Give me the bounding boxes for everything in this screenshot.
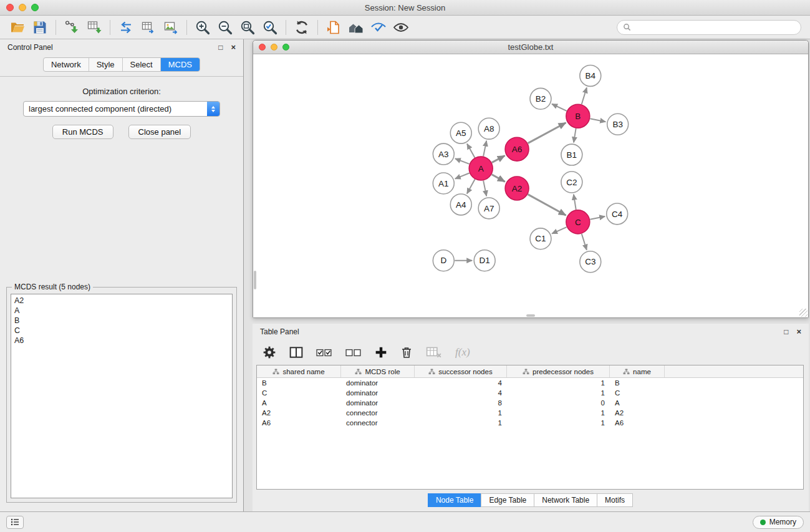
graph-edge-C-C4[interactable] [590,216,605,220]
graph-node-A7[interactable]: A7 [478,198,499,219]
refresh-icon[interactable] [291,18,313,37]
graph-edge-B-B4[interactable] [582,87,587,104]
mcds-result-list[interactable]: A2ABCA6 [11,294,233,498]
graph-edge-A-A1[interactable] [455,173,470,178]
graph-node-A1[interactable]: A1 [433,173,454,194]
function-builder-button[interactable]: f(x) [455,343,470,362]
network-canvas[interactable]: B4B2BB3A8A5A6A3B1AC2A1A2A4A7C4CC1C3DD1 [253,54,808,317]
search-input[interactable] [634,23,795,32]
export-network-icon[interactable] [115,18,137,37]
deselect-all-icon[interactable] [345,343,362,362]
graph-node-A3[interactable]: A3 [433,143,454,165]
graph-node-A5[interactable]: A5 [450,122,471,143]
column-header[interactable]: predecessor nodes [507,365,610,377]
network-minimize-button[interactable] [271,44,277,51]
export-image-icon[interactable] [160,18,182,37]
import-table-icon[interactable] [83,18,105,37]
graph-edge-A6-B[interactable] [528,123,566,143]
column-header[interactable]: shared name [257,365,341,377]
graph-edge-A-A3[interactable] [455,158,470,164]
apply-style-icon[interactable] [367,18,390,37]
table-row[interactable]: Adominator80A [257,398,803,408]
graph-node-C1[interactable]: C1 [530,228,551,249]
graph-edge-A-A5[interactable] [467,144,475,158]
maximize-window-button[interactable] [31,4,39,11]
search-box[interactable] [617,20,801,35]
close-panel-button[interactable]: Close panel [128,125,191,139]
graph-node-C2[interactable]: C2 [561,172,582,193]
optimization-dropdown[interactable]: largest connected component (directed) [23,101,220,117]
graph-edge-A-A6[interactable] [492,155,505,162]
graph-edge-A-A8[interactable] [483,141,486,157]
tab-network[interactable]: Network [44,58,89,71]
tab-node-table[interactable]: Node Table [428,493,482,507]
horizontal-scrollbar[interactable] [526,314,535,317]
float-table-panel-icon[interactable]: □ [784,328,788,336]
tab-style[interactable]: Style [89,58,123,71]
network-close-button[interactable] [259,44,266,51]
add-column-icon[interactable] [375,343,387,362]
mcds-result-item[interactable]: A2 [14,296,229,306]
graph-node-B2[interactable]: B2 [530,88,551,109]
vertical-scrollbar[interactable] [254,271,256,289]
network-maximize-button[interactable] [282,44,289,51]
zoom-selected-icon[interactable] [259,18,281,37]
graph-edge-B-B3[interactable] [590,118,605,122]
tab-motifs[interactable]: Motifs [597,493,633,507]
graph-node-B1[interactable]: B1 [561,144,582,165]
column-header[interactable]: MCDS role [341,365,415,377]
mcds-result-item[interactable]: A [14,306,229,316]
save-icon[interactable] [29,18,51,37]
graph-edge-A2-C[interactable] [528,195,566,216]
graph-edge-B-B2[interactable] [552,104,567,111]
tab-edge-table[interactable]: Edge Table [481,493,534,507]
graph-edge-A-A7[interactable] [483,181,486,196]
graph-edge-B-B1[interactable] [574,128,576,142]
table-row[interactable]: Cdominator41C [257,388,803,398]
graph-node-C[interactable]: C [566,210,590,234]
graph-edge-C-C2[interactable] [574,195,576,210]
home-icon[interactable] [345,18,367,37]
task-list-button[interactable] [6,516,24,529]
tab-mcds[interactable]: MCDS [161,58,200,71]
eye-icon[interactable] [390,18,412,37]
show-columns-icon[interactable] [289,343,303,362]
column-header[interactable]: name [610,365,665,377]
graph-node-A8[interactable]: A8 [478,118,499,139]
tab-select[interactable]: Select [123,58,161,71]
graph-node-B3[interactable]: B3 [607,114,629,135]
graph-edge-A-A4[interactable] [467,180,475,194]
graph-edge-C-C1[interactable] [552,227,566,234]
column-header[interactable]: successor nodes [415,365,507,377]
new-document-icon[interactable] [322,18,345,37]
resize-grip[interactable] [799,309,808,317]
tab-network-table[interactable]: Network Table [534,493,597,507]
graph-edge-C-C3[interactable] [582,234,587,250]
export-table-icon[interactable] [137,18,160,37]
table-row[interactable]: Bdominator41B [257,378,803,388]
table-row[interactable]: A6connector11A6 [257,418,803,428]
delete-column-icon[interactable] [400,343,413,362]
table-settings-gear-icon[interactable] [263,343,276,362]
close-panel-icon[interactable]: × [231,44,236,51]
zoom-in-icon[interactable] [191,18,214,37]
graph-node-A6[interactable]: A6 [505,137,529,161]
mcds-result-item[interactable]: A6 [14,336,229,346]
import-network-icon[interactable] [60,18,83,37]
graph-node-A2[interactable]: A2 [505,177,529,200]
memory-button[interactable]: Memory [753,516,804,529]
graph-node-A4[interactable]: A4 [450,194,471,215]
graph-edge-A-A2[interactable] [492,175,505,182]
graph-node-D[interactable]: D [433,250,454,271]
graph-node-B4[interactable]: B4 [580,65,601,86]
graph-node-B[interactable]: B [566,104,590,128]
mcds-result-item[interactable]: C [14,326,229,336]
run-mcds-button[interactable]: Run MCDS [52,125,113,139]
select-all-icon[interactable] [316,343,332,362]
zoom-out-icon[interactable] [214,18,236,37]
network-graph[interactable]: B4B2BB3A8A5A6A3B1AC2A1A2A4A7C4CC1C3DD1 [253,54,808,317]
close-table-panel-icon[interactable]: × [796,328,801,336]
graph-node-C4[interactable]: C4 [607,203,628,225]
float-panel-icon[interactable]: □ [218,44,223,51]
graph-node-A[interactable]: A [469,157,493,180]
